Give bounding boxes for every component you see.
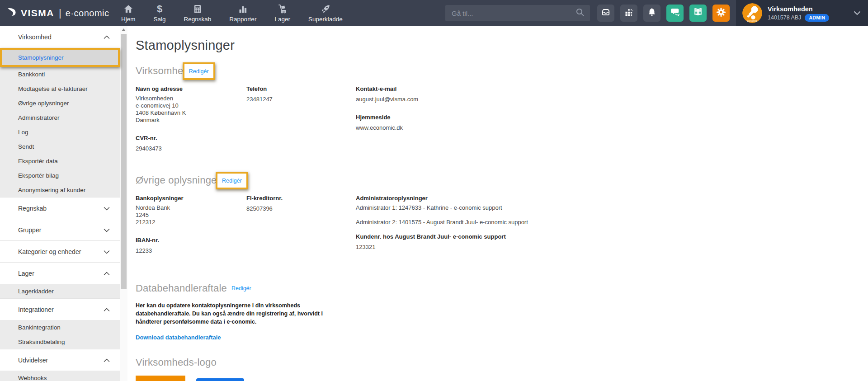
chevron-up-icon — [104, 33, 110, 41]
field-value: Nordea Bank — [136, 204, 246, 212]
scrollbar-thumb[interactable] — [121, 34, 127, 289]
field-value: e-conomicvej 10 — [136, 102, 246, 109]
scroll-up-arrow[interactable] — [120, 26, 127, 33]
sidebar-section-lager[interactable]: Lager — [0, 262, 120, 284]
user-id: 1401578 ABJ — [768, 14, 801, 21]
sidebar-section-virksomhed[interactable]: Virksomhed — [0, 26, 120, 48]
other-section-header: Øvrige oplysninger Redigér — [136, 172, 868, 188]
sidebar-section-label: Regnskab — [18, 205, 47, 212]
field-value: august.juul@visma.com — [356, 96, 418, 103]
brand-product: e·conomic — [66, 8, 109, 19]
sidebar-section-integrationer[interactable]: Integrationer — [0, 298, 120, 320]
sidebar-item-anonymisering-af-kunder[interactable]: Anonymisering af kunder — [0, 183, 120, 197]
logo-section-title: Virksomheds-logo — [136, 357, 217, 368]
company-section-title: Virksomhed — [136, 65, 189, 77]
field-label: IBAN-nr. — [136, 237, 246, 244]
sidebar-item-webhooks[interactable]: Webhooks — [0, 371, 120, 381]
user-menu[interactable]: conomic Virksomheden 1401578 ABJ ADMIN — [736, 0, 868, 26]
sidebar-item-lagerkladder[interactable]: Lagerkladder — [0, 284, 120, 298]
field-administrators: Administratoroplysninger Administrator 1… — [356, 195, 868, 226]
field-value: www.economic.dk — [356, 124, 403, 131]
edit-company-link[interactable]: Redigér — [189, 68, 209, 75]
notifications-button[interactable] — [643, 5, 660, 22]
field-value: Administrator 1: 1247633 - Kathrine - e-… — [356, 204, 868, 212]
field-label: Administratoroplysninger — [356, 195, 868, 202]
sidebar-item-ovrige-oplysninger[interactable]: Øvrige oplysninger — [0, 96, 120, 110]
company-fields: Navn og adresse Virksomheden e-conomicve… — [136, 85, 868, 160]
sidebar-item-administratorer[interactable]: Administratorer — [0, 110, 120, 125]
field-value: 1245 — [136, 212, 246, 219]
nav-label: Rapporter — [229, 16, 256, 23]
sidebar-item-eksporter-data[interactable]: Eksportér data — [0, 154, 120, 168]
bar-chart-icon — [237, 4, 248, 14]
dpa-description: Her kan du opdatere kontaktoplysningerne… — [136, 301, 340, 326]
search-icon[interactable] — [575, 7, 585, 19]
top-bar: VISMA | e·conomic Hjem $ Salg Regnskab — [0, 0, 868, 26]
sidebar-scrollbar[interactable] — [120, 26, 127, 381]
chevron-down-icon[interactable] — [854, 9, 861, 17]
sidebar-item-log[interactable]: Log — [0, 125, 120, 139]
edit-other-link[interactable]: Redigér — [222, 178, 242, 184]
sidebar-section-grupper[interactable]: Grupper — [0, 219, 120, 240]
field-label: Telefon — [246, 85, 356, 92]
open-book-icon — [692, 6, 704, 20]
help-book-button[interactable] — [689, 5, 707, 22]
inbox-icon — [600, 7, 611, 19]
nav-item-regnskab[interactable]: Regnskab — [175, 0, 221, 26]
apps-button[interactable] — [620, 5, 637, 22]
sidebar-item-label: Log — [18, 129, 28, 136]
sidebar-section-udvidelser[interactable]: Udvidelser — [0, 349, 120, 371]
hand-truck-icon — [277, 4, 288, 14]
sidebar-item-bankintegration[interactable]: Bankintegration — [0, 320, 120, 334]
sidebar-section-label: Integrationer — [18, 306, 54, 313]
dpa-section-title: Databehandleraftale — [136, 282, 227, 294]
user-company: Virksomheden — [768, 5, 852, 13]
sidebar-section-regnskab[interactable]: Regnskab — [0, 197, 120, 219]
sidebar-item-label: Bankintegration — [18, 324, 61, 331]
nav-item-salg[interactable]: $ Salg — [145, 0, 175, 26]
sidebar-item-stamoplysninger[interactable]: Stamoplysninger — [0, 48, 120, 67]
nav-label: Hjem — [121, 16, 136, 23]
field-value: 23481247 — [246, 96, 273, 103]
nav-item-hjem[interactable]: Hjem — [112, 0, 145, 26]
field-value: 212312 — [136, 219, 246, 226]
sidebar-item-modtagelse-af-e-fakturaer[interactable]: Modtagelse af e-fakturaer — [0, 81, 120, 96]
global-search[interactable] — [445, 5, 590, 21]
search-input[interactable] — [452, 9, 575, 17]
brand-logo[interactable]: VISMA | e·conomic — [0, 0, 112, 26]
sidebar-section-kategorier-og-enheder[interactable]: Kategorier og enheder — [0, 240, 120, 262]
user-info: Virksomheden 1401578 ABJ ADMIN — [768, 5, 852, 22]
company-section-header: Virksomhed Redigér — [136, 63, 868, 79]
edit-dpa-link[interactable]: Redigér — [231, 285, 251, 292]
inbox-button[interactable] — [597, 5, 614, 22]
download-dpa-link[interactable]: Download databehandleraftale — [136, 334, 221, 341]
sidebar-item-bankkonti[interactable]: Bankkonti — [0, 67, 120, 81]
sidebar-item-label: Webhooks — [18, 375, 47, 381]
add-logo-button[interactable]: Tilføj logo — [196, 378, 244, 381]
sidebar-item-straksindbetaling[interactable]: Straksindbetaling — [0, 334, 120, 349]
field-value: 29403473 — [136, 145, 162, 152]
nav-label: Superkladde — [308, 16, 343, 23]
chevron-down-icon — [104, 248, 110, 255]
nav-item-superkladde[interactable]: Superkladde — [299, 0, 352, 26]
settings-button[interactable] — [712, 5, 730, 22]
dpa-section-header: Databehandleraftale Redigér — [136, 282, 868, 294]
dollar-icon: $ — [154, 4, 165, 14]
nav-item-lager[interactable]: Lager — [265, 0, 299, 26]
sidebar-item-eksporter-bilag[interactable]: Eksportér bilag — [0, 168, 120, 183]
sidebar-item-sendt[interactable]: Sendt — [0, 139, 120, 154]
sidebar-item-label: Stamoplysninger — [18, 54, 64, 61]
svg-text:conomic: conomic — [747, 19, 757, 22]
nav-item-rapporter[interactable]: Rapporter — [220, 0, 265, 26]
chat-button[interactable] — [666, 5, 684, 22]
sidebar-item-label: Modtagelse af e-fakturaer — [18, 85, 88, 92]
chevron-down-icon — [104, 205, 110, 212]
sidebar-item-label: Bankkonti — [18, 71, 45, 78]
field-label: Navn og adresse — [136, 85, 246, 92]
logo-section: Virksomheds-logo e-conomic Tilføj logo S… — [136, 357, 868, 381]
field-label: Kundenr. hos August Brandt Juul- e-conom… — [356, 233, 868, 240]
sidebar-item-label: Sendt — [18, 143, 34, 150]
nav-label: Lager — [274, 16, 290, 23]
brand-visma: VISMA — [21, 8, 54, 19]
sidebar-item-label: Administratorer — [18, 114, 60, 121]
